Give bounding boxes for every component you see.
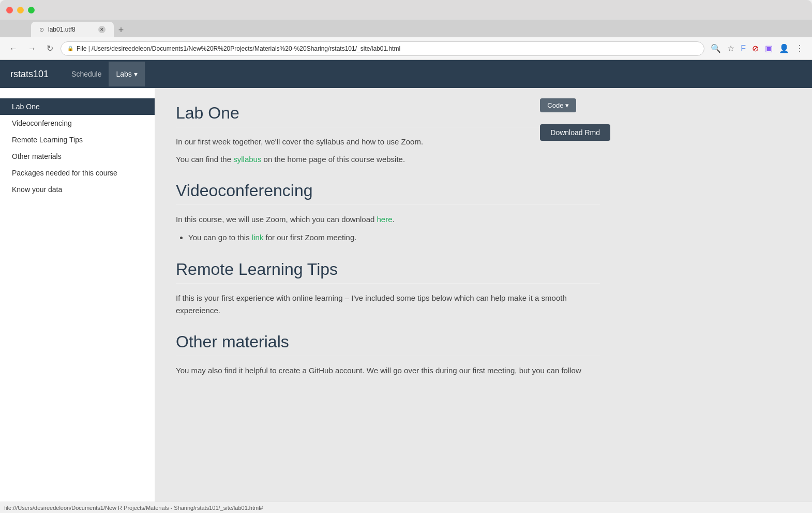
browser-toolbar: ← → ↻ 🔒 File | /Users/desireedeleon/Docu… xyxy=(0,37,812,60)
forward-button[interactable]: → xyxy=(25,42,39,55)
site-brand[interactable]: rstats101 xyxy=(10,61,49,88)
bullet-suffix: for our first Zoom meeting. xyxy=(263,233,356,242)
sidebar-item-remote-learning[interactable]: Remote Learning Tips xyxy=(0,131,155,148)
zoom-meeting-link[interactable]: link xyxy=(252,233,264,242)
site-navbar: rstats101 Schedule Labs ▾ xyxy=(0,60,812,88)
status-bar: file:///Users/desireedeleon/Documents1/N… xyxy=(0,502,812,513)
status-bar-text: file:///Users/desireedeleon/Documents1/N… xyxy=(4,505,263,511)
sidebar-item-videoconferencing[interactable]: Videoconferencing xyxy=(0,115,155,131)
sidebar-item-packages[interactable]: Packages needed for this course xyxy=(0,165,155,181)
remote-learning-title: Remote Learning Tips xyxy=(176,260,600,284)
videoconferencing-title: Videoconferencing xyxy=(176,181,600,205)
bookmark-button[interactable]: ☆ xyxy=(725,41,736,55)
sidebar: Lab One Videoconferencing Remote Learnin… xyxy=(0,88,155,502)
ext-button[interactable]: ▣ xyxy=(763,41,775,55)
menu-button[interactable]: ⋮ xyxy=(793,41,806,55)
traffic-light-close[interactable] xyxy=(6,7,13,13)
other-materials-title: Other materials xyxy=(176,332,600,356)
remote-learning-text: If this is your first experience with on… xyxy=(176,292,600,317)
lab-one-title: Lab One xyxy=(176,104,600,127)
code-button-area: Code ▾ Download Rmd xyxy=(540,98,610,141)
code-toggle-button[interactable]: Code ▾ xyxy=(540,98,576,112)
tab-close-button[interactable]: ✕ xyxy=(98,26,106,33)
video-text-suffix: . xyxy=(393,215,395,224)
feedly-button[interactable]: F xyxy=(739,42,748,55)
bullet-prefix: You can go to this xyxy=(188,233,252,242)
back-button[interactable]: ← xyxy=(6,42,21,55)
lab-one-text2-prefix: You can find the xyxy=(176,155,233,164)
reload-button[interactable]: ↻ xyxy=(43,41,56,55)
page-container: Lab One Videoconferencing Remote Learnin… xyxy=(0,88,812,502)
lab-one-text2: You can find the syllabus on the home pa… xyxy=(176,153,600,166)
toolbar-actions: 🔍 ☆ F ⊘ ▣ 👤 ⋮ xyxy=(709,41,806,55)
content-area: Lab One In our first week together, we'l… xyxy=(176,104,600,377)
new-tab-button[interactable]: + xyxy=(114,23,128,37)
traffic-light-minimize[interactable] xyxy=(17,7,24,13)
bullet-zoom-link: You can go to this link for our first Zo… xyxy=(188,231,600,244)
privacy-button[interactable]: ⊘ xyxy=(750,41,761,55)
lock-icon: 🔒 xyxy=(67,46,73,51)
traffic-light-maximize[interactable] xyxy=(28,7,35,13)
nav-labs[interactable]: Labs ▾ xyxy=(109,62,144,86)
zoom-download-link[interactable]: here xyxy=(377,215,393,224)
sidebar-item-know-data[interactable]: Know your data xyxy=(0,181,155,198)
tab-title: lab01.utf8 xyxy=(48,26,76,33)
tab-favicon: ⊙ xyxy=(39,26,44,33)
nav-schedule[interactable]: Schedule xyxy=(64,62,109,86)
lab-one-text1: In our first week together, we'll cover … xyxy=(176,136,600,148)
sidebar-item-lab-one[interactable]: Lab One xyxy=(0,98,155,115)
address-bar-url: File | /Users/desireedeleon/Documents1/N… xyxy=(77,45,698,52)
account-button[interactable]: 👤 xyxy=(777,41,791,55)
sidebar-item-other-materials[interactable]: Other materials xyxy=(0,148,155,165)
other-materials-text: You may also find it helpful to create a… xyxy=(176,364,600,377)
download-rmd-button[interactable]: Download Rmd xyxy=(540,124,610,141)
address-bar[interactable]: 🔒 File | /Users/desireedeleon/Documents1… xyxy=(61,41,704,56)
browser-tab[interactable]: ⊙ lab01.utf8 ✕ xyxy=(31,22,114,37)
video-text-prefix: In this course, we will use Zoom, which … xyxy=(176,215,377,224)
syllabus-link[interactable]: syllabus xyxy=(233,155,261,164)
search-icon-button[interactable]: 🔍 xyxy=(709,41,723,55)
videoconferencing-text1: In this course, we will use Zoom, which … xyxy=(176,213,600,226)
videoconferencing-bullets: You can go to this link for our first Zo… xyxy=(188,231,600,244)
main-content: Code ▾ Download Rmd Lab One In our first… xyxy=(155,88,621,502)
lab-one-text2-suffix: on the home page of this course website. xyxy=(261,155,405,164)
